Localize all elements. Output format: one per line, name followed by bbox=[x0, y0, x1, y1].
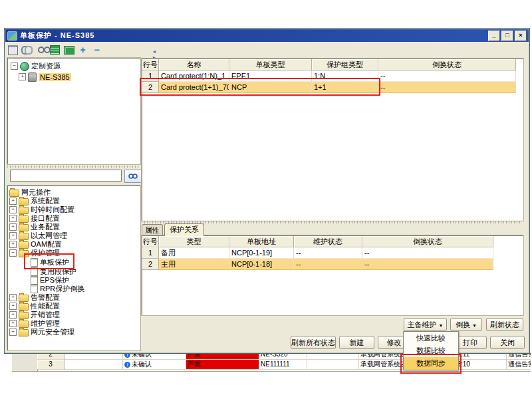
row-number: 2 bbox=[142, 259, 159, 270]
alarm-row-number: 3 bbox=[37, 360, 65, 370]
board-icon[interactable] bbox=[63, 45, 74, 55]
tree-node-board-protection[interactable]: 单板保护 bbox=[31, 257, 69, 267]
expand-box-icon[interactable]: + bbox=[9, 232, 17, 239]
expand-box-icon[interactable]: + bbox=[9, 215, 17, 222]
tree-label[interactable]: 定制资源 bbox=[31, 61, 61, 71]
tree-node-ne[interactable]: + NE-S385 bbox=[19, 72, 71, 82]
column-header[interactable]: 单板地址 bbox=[229, 236, 294, 247]
search-button[interactable] bbox=[124, 170, 142, 183]
chevron-down-icon: ▼ bbox=[472, 323, 477, 328]
row-number: 2 bbox=[142, 82, 159, 93]
tree-label[interactable]: 网元安全管理 bbox=[31, 327, 74, 337]
binoculars-icon[interactable] bbox=[35, 45, 47, 55]
cell-switch-status: -- bbox=[378, 82, 516, 93]
table-row-selected[interactable]: 2 Card protect(1+1)_70400 NCP 1+1 -- bbox=[142, 82, 516, 93]
window-title: 单板保护 - NE-S385 bbox=[20, 31, 94, 41]
board-protection-dialog: 单板保护 - NE-S385 _ □ × + − ◄ ► − bbox=[4, 28, 530, 354]
toolbar: + − bbox=[7, 43, 207, 57]
left-splitter[interactable] bbox=[7, 166, 139, 168]
cell-name: Card protect(1+1)_70400 bbox=[159, 82, 229, 93]
expand-box-icon[interactable]: + bbox=[19, 73, 26, 80]
expand-box-icon[interactable]: + bbox=[9, 320, 17, 327]
column-header[interactable]: 类型 bbox=[159, 236, 229, 247]
column-header[interactable]: 单板类型 bbox=[229, 59, 312, 70]
chevron-down-icon: ▼ bbox=[439, 323, 444, 328]
collapse-left-icon[interactable]: ◄ bbox=[151, 49, 158, 55]
tab-protection-relation[interactable]: 保护关系 bbox=[164, 223, 204, 236]
column-header[interactable]: 倒换状态 bbox=[362, 236, 493, 247]
expand-box-icon[interactable]: + bbox=[9, 303, 17, 310]
add-icon[interactable]: + bbox=[77, 45, 88, 55]
create-button[interactable]: 新建 bbox=[339, 336, 374, 349]
cell-type: 备用 bbox=[159, 247, 229, 259]
tree-label[interactable]: 单板保护 bbox=[40, 257, 69, 267]
remove-icon[interactable]: − bbox=[91, 45, 102, 55]
tree-node-custom-resource[interactable]: − 定制资源 bbox=[11, 61, 61, 71]
menu-item-data-compare[interactable]: 数据比较 bbox=[404, 344, 458, 357]
link-icon[interactable] bbox=[21, 45, 33, 55]
alarm-ne: NE111111 bbox=[259, 360, 307, 370]
close-button[interactable]: 关闭 bbox=[490, 336, 525, 349]
document-icon bbox=[31, 258, 38, 267]
cell-name: Card protect(1:N)_1 bbox=[159, 70, 229, 82]
expand-box-icon[interactable]: + bbox=[9, 206, 17, 213]
expand-box-icon[interactable]: + bbox=[9, 329, 17, 336]
operation-tree-panel: 网元操作 + 系统配置 + 时钟时间配置 + 接口配置 + 业务配置 bbox=[7, 186, 140, 350]
alarm-cell-empty bbox=[65, 360, 123, 370]
info-icon: i bbox=[124, 362, 130, 368]
resource-globe-icon bbox=[20, 62, 29, 71]
table-row[interactable]: 1 备用 NCP[0-1-19] -- -- bbox=[142, 247, 493, 259]
switch-button[interactable]: 倒换 ▼ bbox=[450, 318, 482, 331]
list-icon[interactable] bbox=[49, 45, 61, 55]
alarm-source: 承载网管系统告警 bbox=[359, 360, 407, 370]
tree-label-selected[interactable]: NE-S385 bbox=[39, 73, 71, 81]
board-table-header: 行号 名称 单板类型 保护组类型 倒换状态 bbox=[142, 59, 516, 70]
search-input[interactable] bbox=[10, 170, 122, 182]
refresh-status-button[interactable]: 刷新状态 bbox=[486, 318, 523, 331]
binoculars-icon bbox=[128, 173, 138, 180]
cell-switch-status: -- bbox=[362, 247, 493, 259]
menu-item-quick-compare[interactable]: 快速比较 bbox=[404, 332, 458, 344]
cell-group-type: 1+1 bbox=[312, 82, 378, 93]
expand-box-icon[interactable]: + bbox=[9, 241, 17, 248]
board-table-panel: 行号 名称 单板类型 保护组类型 倒换状态 1 Card protect(1:N… bbox=[142, 59, 523, 221]
maximize-button[interactable]: □ bbox=[501, 31, 513, 41]
cell-board-address: NCP[0-1-18] bbox=[229, 259, 294, 270]
table-row-selected[interactable]: 2 主用 NCP[0-1-18] -- -- bbox=[142, 259, 493, 270]
expand-box-icon[interactable]: + bbox=[9, 311, 17, 319]
alarm-cell-empty bbox=[307, 360, 359, 370]
cell-maintain-status: -- bbox=[294, 259, 362, 270]
menu-item-data-sync[interactable]: 数据同步 bbox=[404, 357, 458, 370]
tab-attributes[interactable]: 属性 bbox=[142, 224, 163, 235]
ms-maintain-button[interactable]: 主备维护 ▼ bbox=[404, 318, 447, 331]
cell-switch-status: -- bbox=[378, 70, 516, 82]
alarm-severity: 严重 bbox=[186, 360, 259, 370]
app-icon bbox=[7, 31, 17, 41]
column-header[interactable]: 维护状态 bbox=[294, 236, 362, 247]
column-header[interactable]: 名称 bbox=[159, 59, 229, 70]
expand-box-icon[interactable]: + bbox=[9, 294, 17, 301]
cell-board-address: NCP[0-1-19] bbox=[229, 247, 294, 259]
collapse-box-icon[interactable]: − bbox=[11, 63, 18, 70]
cell-type: 主用 bbox=[159, 259, 229, 270]
screen: 2 i未确认 严重 NE-S320 承载网管系统告警 2014-10-23 10… bbox=[0, 0, 532, 399]
column-header[interactable]: 行号 bbox=[142, 59, 159, 70]
cell-maintain-status: -- bbox=[294, 247, 362, 259]
tree-node-security-mgmt[interactable]: + 网元安全管理 bbox=[9, 327, 74, 337]
new-view-icon[interactable] bbox=[7, 45, 19, 55]
column-header[interactable]: 行号 bbox=[142, 236, 159, 247]
refresh-all-button[interactable]: 刷新所有状态 bbox=[291, 336, 336, 349]
alarm-status-cell: i未确认 bbox=[123, 360, 186, 370]
tree-label[interactable]: 保护管理 bbox=[31, 248, 60, 258]
minimize-button[interactable]: _ bbox=[488, 31, 500, 41]
collapse-box-icon[interactable]: − bbox=[9, 249, 17, 257]
tree-node-protection-mgmt[interactable]: − 保护管理 bbox=[9, 248, 60, 258]
titlebar[interactable]: 单板保护 - NE-S385 _ □ × bbox=[5, 29, 529, 42]
alarm-status: 未确认 bbox=[132, 360, 152, 369]
close-icon[interactable]: × bbox=[515, 31, 527, 41]
expand-box-icon[interactable]: + bbox=[9, 223, 17, 231]
expand-box-icon[interactable]: + bbox=[9, 198, 17, 205]
column-header[interactable]: 保护组类型 bbox=[312, 59, 378, 70]
column-header[interactable]: 倒换状态 bbox=[378, 59, 516, 70]
table-row[interactable]: 1 Card protect(1:N)_1 EPE1 1:N -- bbox=[142, 70, 516, 82]
